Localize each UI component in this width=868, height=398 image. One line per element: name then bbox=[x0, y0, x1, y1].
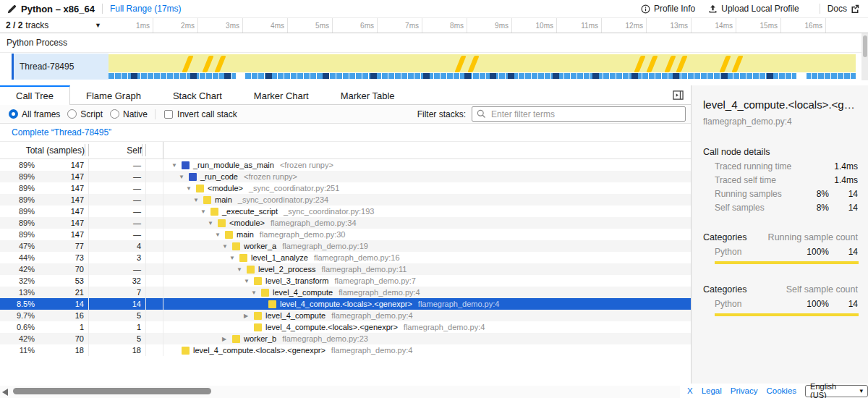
detail-value: 14 bbox=[829, 203, 858, 213]
invert-checkbox[interactable] bbox=[164, 110, 173, 119]
collapse-icon[interactable]: ▼ bbox=[206, 220, 218, 226]
tree-row-module-2[interactable]: 89%147—▼<module>_sync_coordinator.py:251 bbox=[0, 182, 691, 194]
category-other-swatch bbox=[182, 161, 190, 169]
collapse-icon[interactable]: ▼ bbox=[184, 185, 196, 192]
collapse-icon[interactable]: ▼ bbox=[228, 255, 239, 261]
scroll-left-arrow-icon[interactable] bbox=[2, 389, 8, 396]
thread-track-row[interactable]: Thread-78495 bbox=[0, 53, 868, 80]
detail-value: 1.4ms bbox=[829, 175, 858, 185]
upload-profile-button[interactable]: Upload Local Profile bbox=[708, 4, 799, 14]
radio-dot[interactable] bbox=[67, 109, 77, 119]
jank-marker bbox=[646, 56, 658, 72]
invert-call-stack-toggle[interactable]: Invert call stack bbox=[155, 109, 237, 119]
tree-row-main-3[interactable]: 89%147—▼main_sync_coordinator.py:234 bbox=[0, 194, 691, 206]
docs-link[interactable]: Docs bbox=[827, 4, 859, 14]
tab-stack-chart[interactable]: Stack Chart bbox=[157, 85, 238, 104]
total-samples: 147 bbox=[35, 172, 88, 181]
tracks-selector[interactable]: 2 / 2 tracks ▼ bbox=[0, 18, 109, 33]
tree-row-main-6[interactable]: 89%147—▼mainflamegraph_demo.py:30 bbox=[0, 229, 691, 240]
chevron-down-icon[interactable]: ▼ bbox=[95, 22, 101, 29]
footer-link-legal[interactable]: Legal bbox=[702, 386, 722, 395]
tab-flame-graph[interactable]: Flame Graph bbox=[70, 85, 157, 104]
tree-row-level-4-compute-locals-genexpr-12[interactable]: 8.5%1414level_4_compute.<locals>.<genexp… bbox=[0, 298, 691, 310]
collapse-icon[interactable]: ▼ bbox=[213, 232, 225, 238]
total-percent: 89% bbox=[0, 195, 35, 204]
horizontal-scrollbar[interactable] bbox=[0, 386, 680, 398]
footer-link-privacy[interactable]: Privacy bbox=[731, 386, 758, 395]
tree-row-execute-script-4[interactable]: 89%147—▼_execute_script_sync_coordinator… bbox=[0, 206, 691, 217]
category-python-swatch bbox=[254, 277, 262, 285]
collapse-icon[interactable]: ▼ bbox=[221, 243, 232, 250]
tracks-vertical-scrollbar[interactable] bbox=[861, 33, 868, 80]
function-name: _execute_script bbox=[222, 207, 278, 216]
tree-row-run-module-as-main-0[interactable]: 89%147—▼_run_module_as_main<frozen runpy… bbox=[0, 159, 691, 171]
category-python-swatch bbox=[218, 219, 226, 227]
radio-label: Script bbox=[80, 109, 103, 119]
jank-marker bbox=[731, 56, 743, 72]
total-samples: 14 bbox=[35, 300, 88, 308]
total-samples: 73 bbox=[35, 253, 88, 262]
function-name: level_4_compute.<locals>.<genexpr> bbox=[193, 346, 326, 355]
scrollbar-thumb[interactable] bbox=[863, 35, 867, 57]
tree-row-worker-a-7[interactable]: 47%774▼worker_aflamegraph_demo.py:19 bbox=[0, 240, 691, 252]
radio-dot[interactable] bbox=[110, 109, 119, 119]
process-track-row[interactable]: Python Process bbox=[0, 33, 868, 53]
collapse-icon[interactable]: ▼ bbox=[199, 208, 210, 215]
thread-activity-graph[interactable] bbox=[109, 54, 856, 80]
collapse-icon[interactable]: ▼ bbox=[250, 289, 261, 296]
tree-row-level-2-process-9[interactable]: 42%70—▼level_2_processflamegraph_demo.py… bbox=[0, 263, 691, 275]
detail-label: Running samples bbox=[715, 189, 782, 199]
total-samples: 147 bbox=[35, 195, 88, 204]
collapse-icon[interactable]: ▼ bbox=[192, 197, 203, 203]
filter-search-box[interactable] bbox=[472, 106, 686, 122]
total-samples: 147 bbox=[35, 207, 88, 216]
full-range-link[interactable]: Full Range (17ms) bbox=[110, 4, 182, 14]
radio-dot[interactable] bbox=[9, 109, 18, 119]
footer-link-x[interactable]: X bbox=[687, 386, 693, 395]
categories-title: Categories bbox=[703, 232, 746, 242]
radio-script[interactable]: Script bbox=[67, 109, 103, 119]
tree-row-level-3-transform-10[interactable]: 32%5332▼level_3_transformflamegraph_demo… bbox=[0, 275, 691, 287]
category-bar bbox=[715, 261, 859, 264]
profile-info-button[interactable]: Profile Info bbox=[641, 4, 695, 14]
tree-row-worker-b-15[interactable]: 42%705▶worker_bflamegraph_demo.py:23 bbox=[0, 333, 691, 344]
tab-marker-table[interactable]: Marker Table bbox=[325, 85, 411, 104]
tree-row-run-code-1[interactable]: 89%147—▼_run_code<frozen runpy> bbox=[0, 171, 691, 182]
filter-input[interactable] bbox=[490, 109, 681, 120]
breadcrumb-root-link[interactable]: Complete “Thread-78495” bbox=[12, 127, 111, 137]
tree-row-level-4-compute-locals-genexpr-14[interactable]: 0.6%11level_4_compute.<locals>.<genexpr>… bbox=[0, 321, 691, 333]
cell-self: — bbox=[89, 194, 146, 206]
tree-row-module-5[interactable]: 89%147—▼<module>flamegraph_demo.py:34 bbox=[0, 217, 691, 229]
cell-icon bbox=[146, 310, 163, 321]
cell-function: ▼<module>flamegraph_demo.py:34 bbox=[163, 217, 691, 229]
edit-profile-name-icon[interactable] bbox=[7, 4, 17, 14]
cell-self: — bbox=[89, 159, 146, 171]
language-select[interactable]: English (US)▾ bbox=[805, 385, 868, 397]
categories-title: Categories bbox=[703, 284, 746, 295]
footer-link-cookies[interactable]: Cookies bbox=[767, 386, 797, 395]
jank-marker bbox=[455, 56, 467, 72]
file-location: flamegraph_demo.py:4 bbox=[331, 346, 413, 355]
chevron-down-icon: ▾ bbox=[859, 387, 863, 394]
collapse-icon[interactable]: ▼ bbox=[177, 174, 189, 180]
collapse-icon[interactable]: ▼ bbox=[235, 266, 247, 273]
tree-row-level-4-compute-locals-genexpr-16[interactable]: 11%1818level_4_compute.<locals>.<genexpr… bbox=[0, 344, 691, 356]
tab-call-tree[interactable]: Call Tree bbox=[0, 85, 70, 105]
tree-row-level-4-compute-11[interactable]: 13%217▼level_4_computeflamegraph_demo.py… bbox=[0, 287, 691, 298]
tree-row-level-1-analyze-8[interactable]: 44%733▼level_1_analyzeflamegraph_demo.py… bbox=[0, 252, 691, 263]
col-self-header[interactable]: Self bbox=[89, 142, 146, 158]
tree-row-level-4-compute-13[interactable]: 9.7%165▶level_4_computeflamegraph_demo.p… bbox=[0, 310, 691, 321]
collapse-icon[interactable]: ▼ bbox=[242, 278, 254, 284]
collapse-icon[interactable]: ▼ bbox=[170, 162, 182, 169]
radio-all-frames[interactable]: All frames bbox=[9, 109, 60, 119]
sidebar-toggle-icon[interactable] bbox=[673, 90, 684, 101]
expand-icon[interactable]: ▶ bbox=[242, 313, 254, 319]
timeline-ruler: 2 / 2 tracks ▼ 1ms2ms3ms4ms5ms6ms7ms8ms9… bbox=[0, 18, 868, 33]
thread-label[interactable]: Thread-78495 bbox=[14, 54, 109, 80]
tab-marker-chart[interactable]: Marker Chart bbox=[238, 85, 325, 104]
col-total-header[interactable]: Total (samples) bbox=[0, 142, 89, 158]
expand-icon[interactable]: ▶ bbox=[221, 336, 232, 342]
total-percent: 13% bbox=[0, 288, 35, 297]
scrollbar-thumb[interactable] bbox=[13, 388, 211, 394]
radio-native[interactable]: Native bbox=[110, 109, 148, 119]
